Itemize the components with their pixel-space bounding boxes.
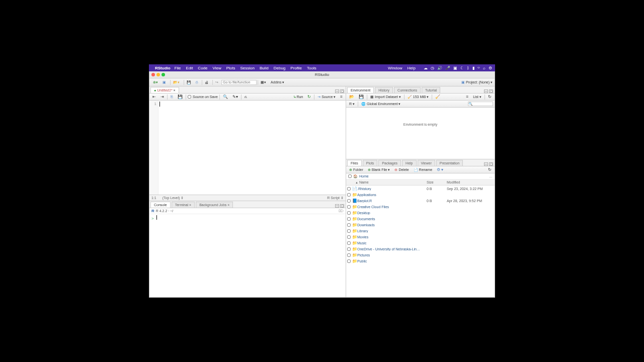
refresh-files-button[interactable]: ↻ <box>487 167 493 172</box>
menu-file[interactable]: File <box>175 66 181 70</box>
rename-button[interactable]: 📄 Rename <box>412 168 434 172</box>
file-name[interactable]: Documents <box>357 217 427 221</box>
compile-button[interactable]: ⎌ <box>243 95 249 99</box>
minimize-pane-icon[interactable]: — <box>484 89 488 93</box>
file-row[interactable]: 📁Music <box>346 240 495 246</box>
spotlight-icon[interactable]: ⌕ <box>483 66 486 70</box>
file-checkbox[interactable] <box>347 205 351 209</box>
minimize-pane-icon[interactable]: — <box>335 204 339 208</box>
find-button[interactable]: 🔍 <box>221 95 229 99</box>
import-dataset-button[interactable]: ▦ Import Dataset ▾ <box>369 95 403 99</box>
file-checkbox[interactable] <box>347 253 351 257</box>
grid-button[interactable]: ▦▾ <box>259 80 268 85</box>
file-row[interactable]: 📁Applications <box>346 192 495 198</box>
file-checkbox[interactable] <box>347 241 351 245</box>
menu-tools[interactable]: Tools <box>307 66 316 70</box>
tab-packages[interactable]: Packages <box>378 160 401 166</box>
menu-view[interactable]: View <box>212 66 221 70</box>
env-search-input[interactable] <box>468 102 493 106</box>
run-button[interactable]: ↳Run <box>292 95 304 99</box>
bluetooth-icon[interactable]: ᛒ <box>467 66 469 70</box>
tab-connections[interactable]: Connections <box>394 87 421 93</box>
home-icon[interactable]: 🏠 <box>353 174 358 178</box>
col-size[interactable]: Size <box>427 180 447 184</box>
file-name[interactable]: Barplot.R <box>357 199 427 203</box>
file-row[interactable]: 📁Desktop <box>346 210 495 216</box>
addins-button[interactable]: Addins ▾ <box>269 80 286 85</box>
fullscreen-button[interactable] <box>162 73 165 76</box>
file-row[interactable]: 📁Pictures <box>346 252 495 258</box>
clear-env-button[interactable]: 🧹 <box>434 95 442 99</box>
menu-debug[interactable]: Debug <box>274 66 286 70</box>
tab-plots[interactable]: Plots <box>363 160 378 166</box>
source-on-save-checkbox[interactable] <box>188 95 191 99</box>
file-name[interactable]: OneDrive - University of Nebraska-Lin… <box>357 247 427 251</box>
control-center-icon[interactable]: ⚙ <box>489 66 492 70</box>
file-checkbox[interactable] <box>347 187 351 191</box>
file-row[interactable]: 📁Library <box>346 228 495 234</box>
file-name[interactable]: Public <box>357 259 427 263</box>
file-type-label[interactable]: R Script ⇕ <box>327 196 344 200</box>
back-button[interactable]: ⇤ <box>151 95 157 99</box>
close-tab-icon[interactable]: × <box>174 88 176 92</box>
refresh-env-button[interactable]: ↻ <box>487 95 493 99</box>
maximize-pane-icon[interactable]: ▢ <box>489 89 493 93</box>
file-name[interactable]: Movies <box>357 235 427 239</box>
file-row[interactable]: 📁OneDrive - University of Nebraska-Lin… <box>346 246 495 252</box>
new-file-button[interactable]: ⊕▾ <box>151 80 159 85</box>
file-name[interactable]: Downloads <box>357 223 427 227</box>
code-editor[interactable]: 1 <box>149 101 346 195</box>
volume-icon[interactable]: 🔊 <box>437 66 442 70</box>
more-button[interactable]: ⚙ ▾ <box>435 167 445 172</box>
maximize-pane-icon[interactable]: ▢ <box>340 204 344 208</box>
file-row[interactable]: 📁Movies <box>346 234 495 240</box>
tab-viewer[interactable]: Viewer <box>418 160 435 166</box>
new-project-button[interactable]: ▣ <box>161 80 168 85</box>
list-mode-button[interactable]: List ▾ <box>471 95 483 99</box>
file-row[interactable]: 📘Barplot.R0 BApr 28, 2023, 9:52 PM <box>346 198 495 204</box>
source-button[interactable]: ⇥ Source ▾ <box>316 95 337 99</box>
wifi-icon[interactable]: ⌔ <box>477 66 480 70</box>
outline-button[interactable]: ≡ <box>339 95 344 99</box>
file-checkbox[interactable] <box>347 235 351 239</box>
file-row[interactable]: 📁Creative Cloud Files <box>346 204 495 210</box>
dnd-icon[interactable]: ☾ <box>460 66 464 70</box>
zoom-icon[interactable]: ▣ <box>453 66 457 70</box>
menu-edit[interactable]: Edit <box>186 66 193 70</box>
tab-help[interactable]: Help <box>402 160 416 166</box>
tab-terminal[interactable]: Terminal × <box>172 202 195 208</box>
file-checkbox[interactable] <box>347 193 351 197</box>
save-script-button[interactable]: 💾 <box>176 95 184 99</box>
breadcrumb-home[interactable]: Home <box>359 174 369 178</box>
open-file-button[interactable]: 📂▾ <box>172 80 181 85</box>
close-button[interactable] <box>151 73 155 76</box>
file-checkbox[interactable] <box>347 259 351 263</box>
menu-session[interactable]: Session <box>240 66 254 70</box>
console-input[interactable]: > <box>149 214 346 297</box>
menu-plots[interactable]: Plots <box>226 66 235 70</box>
tab-console[interactable]: Console <box>150 202 171 208</box>
tab-presentation[interactable]: Presentation <box>436 160 463 166</box>
wand-button[interactable]: ✎▾ <box>231 95 239 99</box>
file-name[interactable]: Creative Cloud Files <box>357 205 427 209</box>
file-checkbox[interactable] <box>347 229 351 233</box>
rerun-button[interactable]: ↻ <box>306 95 312 99</box>
mic-icon[interactable]: 🎤 <box>445 66 450 70</box>
file-row[interactable]: 📁Downloads <box>346 222 495 228</box>
clock-icon[interactable]: ◷ <box>431 66 434 70</box>
menu-window[interactable]: Window <box>388 66 402 70</box>
save-button[interactable]: 💾 <box>185 80 193 85</box>
scope-label[interactable]: (Top Level) ⇕ <box>163 196 184 200</box>
file-name[interactable]: Pictures <box>357 253 427 257</box>
show-in-window-button[interactable]: ⎘ <box>169 95 175 99</box>
file-checkbox[interactable] <box>347 199 351 203</box>
save-all-button[interactable]: ⎙ <box>194 80 199 84</box>
tab-tutorial[interactable]: Tutorial <box>422 87 440 93</box>
file-row[interactable]: 📁Public <box>346 258 495 264</box>
file-checkbox[interactable] <box>347 223 351 227</box>
tab-background-jobs[interactable]: Background Jobs × <box>196 202 233 208</box>
col-name[interactable]: Name <box>359 180 369 184</box>
menu-code[interactable]: Code <box>198 66 207 70</box>
print-button[interactable]: 🖨 <box>203 80 210 84</box>
load-workspace-button[interactable]: 📂 <box>348 95 356 99</box>
